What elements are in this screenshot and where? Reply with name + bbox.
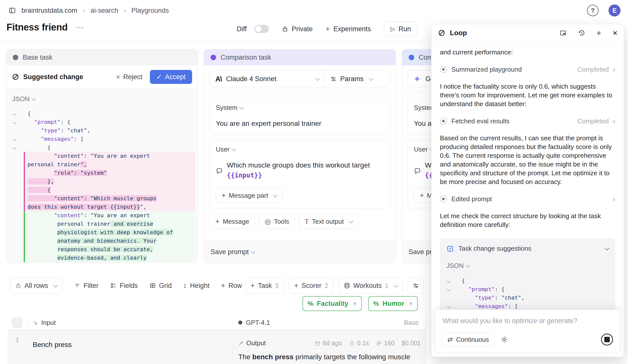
- continuous-label: Continuous: [456, 336, 489, 344]
- task-count: 3: [275, 282, 279, 289]
- loop-step-summarized[interactable]: Summarized playground Completed›: [440, 65, 615, 74]
- height-icon: ↕: [183, 282, 187, 290]
- all-rows-filter[interactable]: All rows: [10, 278, 62, 294]
- user-message-card[interactable]: User Which muscle groups does this worko…: [210, 140, 390, 208]
- breadcrumb-section[interactable]: Playgrounds: [131, 7, 169, 14]
- stop-button[interactable]: [601, 334, 613, 346]
- reject-button[interactable]: × Reject: [116, 73, 142, 81]
- history-icon[interactable]: [578, 29, 585, 36]
- add-scorer-button[interactable]: + Scorer 2: [289, 278, 333, 294]
- close-icon[interactable]: ×: [613, 29, 617, 37]
- plus-icon: +: [221, 282, 225, 289]
- continuous-mode-button[interactable]: ⇄ Continuous: [442, 333, 494, 347]
- add-row-button[interactable]: + Row: [221, 282, 242, 290]
- system-message-text[interactable]: You are an expert personal trainer: [216, 119, 384, 129]
- tokens-icon: [376, 340, 382, 346]
- row-input-cell[interactable]: Bench press: [27, 330, 233, 364]
- help-icon[interactable]: ?: [587, 5, 599, 16]
- grid-label: Grid: [159, 282, 172, 290]
- base-json-editor[interactable]: JSON { "prompt": { "type": "chat", "mess…: [6, 89, 198, 263]
- loop-title: Loop: [450, 29, 467, 37]
- plus-icon: +: [251, 282, 255, 289]
- experiments-button[interactable]: + Experiments: [326, 25, 371, 33]
- header-actions: Diff Private + Experiments ▷ Run: [237, 21, 418, 36]
- comparison-task-card: Comparison task A\ Claude 4 Sonnet Param…: [204, 49, 396, 263]
- text-icon: T: [305, 218, 309, 225]
- filter-button[interactable]: Filter: [74, 282, 99, 290]
- text-output-button[interactable]: T Text output: [299, 214, 359, 229]
- remove-scorer-icon[interactable]: ×: [353, 300, 357, 308]
- diff-toggle[interactable]: Diff: [237, 25, 269, 33]
- add-task-button[interactable]: + Task 3: [245, 278, 284, 294]
- height-label: Height: [190, 282, 210, 290]
- diff-toggle-switch[interactable]: [254, 25, 269, 33]
- role-select[interactable]: User: [216, 146, 384, 153]
- message-bubble-icon: [414, 162, 421, 180]
- role-select[interactable]: System: [216, 104, 384, 112]
- breadcrumb-site[interactable]: braintrustdata.com: [21, 7, 77, 14]
- avatar[interactable]: E: [609, 4, 621, 16]
- params-button[interactable]: Params: [325, 71, 390, 87]
- select-all-checkbox[interactable]: [12, 318, 22, 327]
- grid-button[interactable]: Grid: [149, 282, 172, 290]
- breadcrumb-project[interactable]: ai-search: [90, 7, 118, 14]
- chevron-right-icon: ›: [613, 65, 615, 74]
- step-label: Fetched eval results: [451, 117, 510, 125]
- model-dot-icon: [238, 321, 242, 325]
- fields-label: Fields: [120, 282, 138, 290]
- row-output-cell[interactable]: ↗ Output 6d ago 0.1s 160 $0.001: [233, 330, 428, 364]
- loop-step-fetched[interactable]: Fetched eval results Completed›: [440, 117, 615, 125]
- user-message-text[interactable]: Which muscle groups does this workout ta…: [227, 160, 384, 180]
- run-label: Run: [398, 25, 411, 33]
- model-column-header[interactable]: GPT-4.1 Base: [233, 319, 426, 327]
- loop-input[interactable]: [442, 317, 614, 325]
- tools-button[interactable]: ◎ Tools: [259, 214, 295, 229]
- loop-text: and current performance:: [440, 48, 615, 57]
- template-variable: {{input}}: [227, 172, 262, 179]
- model-select[interactable]: A\ Claude 4 Sonnet: [210, 71, 325, 87]
- accept-button[interactable]: ✓ Accept: [150, 70, 192, 84]
- private-button[interactable]: Private: [282, 25, 313, 33]
- playground-app: braintrustdata.com › ai-search › Playgro…: [0, 0, 628, 364]
- format-select[interactable]: JSON: [12, 95, 195, 103]
- suggested-change-bar: Suggested change × Reject ✓ Accept: [6, 65, 198, 89]
- chevron-right-icon: ›: [613, 117, 615, 125]
- format-select[interactable]: JSON: [446, 262, 609, 270]
- sidebar-toggle-icon[interactable]: [8, 7, 16, 14]
- new-session-icon[interactable]: +: [597, 28, 602, 38]
- swap-icon: ⇄: [447, 336, 453, 344]
- height-button[interactable]: ↕ Height: [183, 282, 210, 290]
- grid-icon: [149, 282, 156, 289]
- role-label: System: [216, 104, 238, 112]
- gear-icon[interactable]: [501, 336, 508, 343]
- scorer-badge-factuality[interactable]: % Factuality ×: [303, 296, 362, 311]
- title-menu-icon[interactable]: ⋯: [76, 23, 84, 32]
- input-column-header[interactable]: ↘ Input: [27, 319, 233, 327]
- popout-icon[interactable]: [560, 29, 567, 36]
- format-label: JSON: [12, 95, 29, 103]
- remove-scorer-icon[interactable]: ×: [409, 300, 413, 308]
- dataset-select[interactable]: Workouts 1: [338, 278, 403, 294]
- table-row[interactable]: 1 Bench press ↗ Output 6d ago 0.1s: [7, 330, 426, 364]
- row-index: 1: [7, 330, 27, 364]
- save-prompt-label: Save prompt: [211, 248, 249, 256]
- save-prompt-button[interactable]: Save prompt: [204, 241, 396, 263]
- arrow-down-right-icon: ↘: [33, 319, 38, 326]
- model-bar: A\ Claude 4 Sonnet Params: [204, 65, 396, 93]
- message-label: Message: [223, 218, 249, 225]
- calendar-icon: [314, 340, 320, 346]
- system-message-card[interactable]: System You are an expert personal traine…: [210, 98, 390, 134]
- scorer-badge-humor[interactable]: % Humor ×: [368, 296, 418, 311]
- add-message-part-button[interactable]: + Message part: [216, 188, 283, 203]
- results-table: ↘ Input GPT-4.1 Base 1 Bench press ↗ Out…: [7, 316, 426, 364]
- run-button[interactable]: ▷ Run: [384, 21, 418, 36]
- step-status-icon: [440, 195, 447, 202]
- add-message-button[interactable]: + Message: [210, 214, 255, 229]
- step-status-icon: [440, 66, 447, 73]
- percent-icon: %: [308, 300, 313, 308]
- fields-button[interactable]: Fields: [110, 282, 138, 290]
- grid-settings-button[interactable]: [408, 278, 424, 294]
- loop-step-edited[interactable]: Edited prompt ›: [440, 195, 615, 203]
- loop-panel-header: Loop + ×: [431, 24, 624, 42]
- base-code-block[interactable]: { "prompt": { "type": "chat", "messages"…: [12, 109, 195, 262]
